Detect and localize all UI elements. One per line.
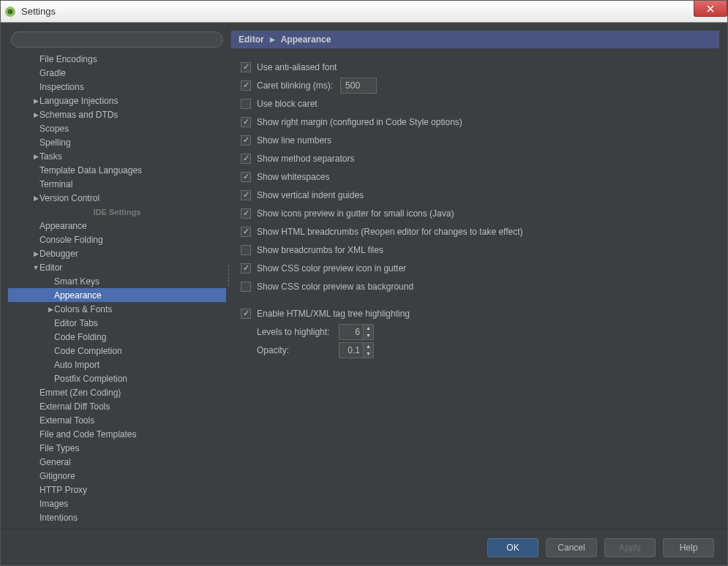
tree-item[interactable]: Intentions — [8, 510, 226, 521]
tree-item-label: Images — [40, 499, 68, 509]
cancel-button[interactable]: Cancel — [546, 538, 597, 557]
tree-item[interactable]: Editor Tabs — [8, 316, 226, 330]
checkbox[interactable] — [241, 190, 251, 200]
tree-item[interactable]: Emmet (Zen Coding) — [8, 385, 226, 399]
tree-item[interactable]: Code Folding — [8, 330, 226, 344]
tree-item-label: Editor Tabs — [54, 318, 98, 328]
tree-item[interactable]: Images — [8, 497, 226, 510]
tree-item[interactable]: Gradle — [8, 66, 226, 80]
apply-button[interactable]: Apply — [604, 538, 656, 557]
levels-spinner[interactable]: 6 ▲▼ — [339, 324, 374, 340]
option-label: Opacity: — [257, 345, 339, 355]
option-tag-tree[interactable]: Enable HTML/XML tag tree highlighting — [241, 304, 710, 322]
option-whitespace[interactable]: Show whitespaces — [241, 167, 710, 186]
checkbox[interactable] — [241, 282, 251, 292]
spinner-up-icon[interactable]: ▲ — [364, 325, 373, 332]
tree-item[interactable]: External Diff Tools — [8, 399, 226, 413]
checkbox[interactable] — [241, 172, 251, 182]
checkbox[interactable] — [241, 99, 251, 109]
tree-caret-icon[interactable]: ▶ — [32, 195, 40, 202]
checkbox[interactable] — [241, 245, 251, 255]
option-css-gutter[interactable]: Show CSS color preview icon in gutter — [241, 259, 710, 277]
tree-caret-icon[interactable]: ▶ — [47, 306, 54, 313]
tree-item[interactable]: Appearance — [8, 288, 226, 302]
tree-item[interactable]: Template Data Languages — [8, 163, 226, 177]
tree-item[interactable]: Terminal — [8, 177, 226, 191]
tree-item[interactable]: Spelling — [8, 135, 226, 149]
option-vertical-guides[interactable]: Show vertical indent guides — [241, 186, 710, 204]
tree-item-label: Appearance — [40, 221, 87, 231]
option-label: Show breadcrumbs for XML files — [257, 245, 383, 255]
spinner-up-icon[interactable]: ▲ — [364, 343, 373, 350]
tree-item[interactable]: Auto Import — [8, 358, 226, 371]
tree-item[interactable]: ▶Language Injections — [8, 94, 226, 107]
tree-item[interactable]: File Encodings — [8, 52, 226, 66]
tree-item[interactable]: General — [8, 455, 226, 469]
tree-item[interactable]: File and Code Templates — [8, 427, 226, 441]
option-line-numbers[interactable]: Show line numbers — [241, 131, 710, 149]
tree-item[interactable]: Gitignore — [8, 469, 226, 483]
tree-item[interactable]: HTTP Proxy — [8, 483, 226, 497]
option-icons-gutter[interactable]: Show icons preview in gutter for small i… — [241, 204, 710, 222]
tree-caret-icon[interactable]: ▶ — [32, 111, 40, 118]
tree-caret-icon[interactable]: ▶ — [32, 250, 40, 257]
tree-item[interactable]: ▶Tasks — [8, 149, 226, 163]
option-antialias[interactable]: Use anti-aliased font — [241, 58, 710, 76]
checkbox[interactable] — [241, 309, 251, 319]
help-button[interactable]: Help — [663, 538, 714, 557]
option-block-caret[interactable]: Use block caret — [241, 94, 710, 113]
checkbox[interactable] — [241, 263, 251, 273]
option-css-background[interactable]: Show CSS color preview as background — [241, 277, 710, 295]
search-input[interactable] — [11, 31, 223, 48]
tree-item-label: Version Control — [40, 193, 100, 203]
tree-item-label: Scopes — [40, 124, 69, 134]
tree-item[interactable]: Scopes — [8, 121, 226, 135]
tree-item[interactable]: Inspections — [8, 80, 226, 94]
checkbox[interactable] — [241, 135, 251, 146]
checkbox[interactable] — [241, 154, 251, 164]
ok-button[interactable]: OK — [487, 538, 539, 557]
tree-caret-icon[interactable]: ▶ — [32, 153, 40, 160]
option-right-margin[interactable]: Show right margin (configured in Code St… — [241, 113, 710, 131]
settings-tree[interactable]: File EncodingsGradleInspections▶Language… — [8, 52, 226, 521]
checkbox[interactable] — [241, 80, 251, 91]
option-method-separators[interactable]: Show method separators — [241, 149, 710, 167]
tree-item[interactable]: Console Folding — [8, 233, 226, 246]
checkbox[interactable] — [241, 117, 251, 127]
tree-item-label: File Encodings — [40, 54, 97, 64]
tree-item[interactable]: Postfix Completion — [8, 371, 226, 385]
tree-item[interactable]: ▼Editor — [8, 260, 226, 274]
spinner-value[interactable]: 6 — [339, 324, 364, 340]
option-xml-breadcrumbs[interactable]: Show breadcrumbs for XML files — [241, 241, 710, 259]
checkbox[interactable] — [241, 62, 251, 72]
dialog-footer: OK Cancel Apply Help — [1, 529, 727, 565]
option-caret-blink[interactable]: Caret blinking (ms): — [241, 76, 710, 94]
tree-caret-icon[interactable]: ▼ — [32, 264, 40, 271]
option-label: Show method separators — [257, 154, 354, 164]
tree-item[interactable]: External Tools — [8, 413, 226, 427]
tree-item[interactable]: Code Completion — [8, 344, 226, 358]
tree-item[interactable]: ▶Schemas and DTDs — [8, 107, 226, 121]
tree-caret-icon[interactable]: ▶ — [32, 97, 40, 105]
spinner-down-icon[interactable]: ▼ — [364, 332, 373, 339]
opacity-spinner[interactable]: 0.1 ▲▼ — [339, 342, 374, 358]
tree-item[interactable]: ▶Colors & Fonts — [8, 302, 226, 316]
tree-item[interactable]: File Types — [8, 441, 226, 455]
tree-item-label: Inspections — [40, 82, 84, 92]
option-label: Show vertical indent guides — [257, 190, 364, 200]
app-icon — [4, 5, 17, 18]
caret-blink-input[interactable] — [340, 78, 377, 94]
checkbox[interactable] — [241, 208, 251, 219]
spinner-value[interactable]: 0.1 — [339, 342, 364, 358]
spinner-down-icon[interactable]: ▼ — [364, 350, 373, 358]
tree-item[interactable]: ▶Debugger — [8, 246, 226, 260]
tree-item-label: Colors & Fonts — [54, 304, 112, 314]
option-html-breadcrumbs[interactable]: Show HTML breadcrumbs (Reopen editor for… — [241, 222, 710, 241]
tree-item[interactable]: Appearance — [8, 219, 226, 233]
window-close-button[interactable] — [694, 1, 727, 17]
option-label: Levels to highlight: — [257, 327, 339, 337]
option-label: Show HTML breadcrumbs (Reopen editor for… — [257, 227, 523, 237]
tree-item[interactable]: Smart Keys — [8, 274, 226, 288]
checkbox[interactable] — [241, 227, 251, 237]
tree-item[interactable]: ▶Version Control — [8, 191, 226, 205]
